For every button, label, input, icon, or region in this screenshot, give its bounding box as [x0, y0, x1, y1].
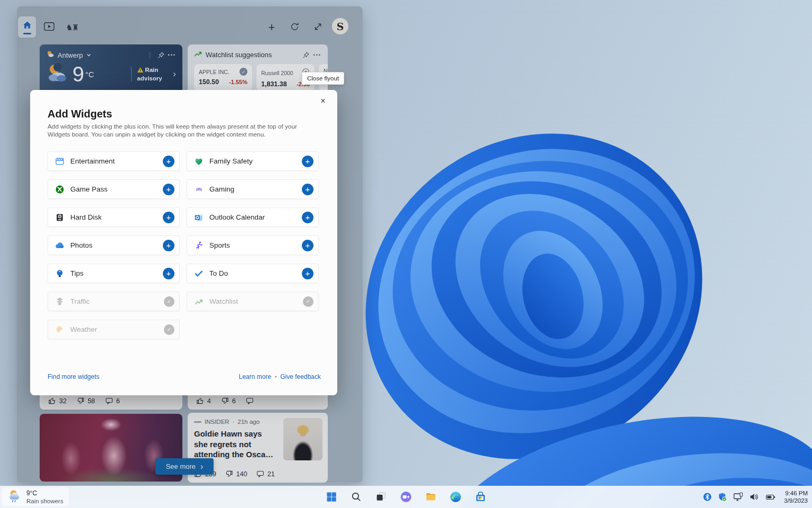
like-stat[interactable]: 4: [196, 397, 211, 405]
widget-tile-tips[interactable]: Tips +: [48, 264, 180, 283]
widget-tile-outlook-calendar[interactable]: Outlook Calendar +: [187, 207, 319, 227]
add-widget-button[interactable]: +: [302, 212, 313, 223]
add-widget-toolbar-button[interactable]: +: [264, 20, 279, 35]
widget-tile-entertainment[interactable]: Entertainment +: [48, 151, 180, 171]
battery-icon[interactable]: [765, 492, 776, 502]
add-widgets-dialog: × Add Widgets Add widgets by clicking th…: [30, 90, 337, 395]
add-widget-button[interactable]: +: [302, 268, 313, 279]
chess-pieces-icon: ♞♜: [66, 23, 78, 32]
weather-location[interactable]: Antwerp: [58, 51, 83, 59]
plus-icon: +: [306, 241, 310, 250]
task-view-button[interactable]: [373, 488, 390, 505]
lightbulb-icon: [54, 268, 65, 279]
warning-triangle-icon: [137, 67, 144, 75]
comment-stat[interactable]: 21: [256, 470, 275, 478]
chat-button[interactable]: [398, 488, 414, 505]
edge-icon: [449, 491, 462, 503]
widget-tile-photos[interactable]: Photos +: [48, 235, 180, 255]
comment-stat[interactable]: [246, 397, 257, 405]
stock-card-apple[interactable]: APPLE INC. ✓ 150.50 -1.55%: [194, 64, 252, 92]
widget-tile-traffic[interactable]: Traffic ✓: [48, 292, 180, 311]
taskbar-clock[interactable]: 9:46 PM 3/9/2023: [784, 489, 808, 504]
widget-tile-label: Game Pass: [70, 185, 163, 193]
added-check-badge: ✓: [303, 296, 313, 307]
home-tab-active-indicator: [23, 33, 31, 34]
edge-browser-button[interactable]: [447, 488, 464, 505]
security-shield-icon[interactable]: [717, 492, 727, 502]
widget-tile-game-pass[interactable]: Game Pass +: [48, 179, 180, 199]
bluetooth-icon[interactable]: [703, 493, 712, 501]
widget-tile-label: To Do: [209, 269, 302, 277]
more-options-icon[interactable]: •••: [168, 52, 176, 58]
widget-tile-family-safety[interactable]: Family Safety +: [187, 151, 319, 171]
pin-icon[interactable]: [302, 51, 310, 59]
like-stat[interactable]: 32: [48, 397, 67, 405]
folder-icon: [425, 491, 437, 503]
games-tab-button[interactable]: ♞♜: [63, 20, 80, 35]
chevron-right-icon[interactable]: ›: [173, 69, 176, 79]
learn-more-link[interactable]: Learn more: [239, 373, 271, 380]
dislike-count: 140: [236, 470, 247, 478]
dislike-stat[interactable]: 140: [225, 470, 247, 478]
widget-tile-label: Entertainment: [70, 157, 163, 165]
widget-tile-gaming[interactable]: Gaming +: [187, 179, 319, 199]
weather-alert[interactable]: Rain advisory: [137, 66, 171, 82]
microsoft-store-button[interactable]: [472, 488, 489, 505]
xbox-game-pass-icon: [54, 184, 65, 195]
video-play-icon: [43, 21, 55, 33]
close-dialog-button[interactable]: ×: [315, 93, 331, 109]
comment-count: 21: [267, 470, 275, 478]
widget-tile-to-do[interactable]: To Do +: [187, 264, 319, 283]
plus-icon: +: [167, 269, 171, 278]
add-widget-button[interactable]: +: [163, 268, 174, 279]
more-options-icon[interactable]: •••: [313, 52, 321, 58]
comment-stat[interactable]: 6: [105, 397, 120, 405]
stock-price: 1,831.38: [261, 80, 287, 88]
add-widget-button[interactable]: +: [163, 240, 174, 251]
add-widget-button[interactable]: +: [163, 184, 174, 195]
comment-icon: [256, 470, 264, 478]
temperature-value: 9: [72, 62, 84, 86]
news-headline[interactable]: Goldie Hawn says she regrets not attendi…: [194, 429, 274, 460]
find-more-widgets-link[interactable]: Find more widgets: [48, 373, 99, 380]
volume-icon[interactable]: [749, 492, 760, 502]
rain-weather-icon: [7, 488, 22, 505]
add-widget-button[interactable]: +: [163, 156, 174, 167]
pin-icon[interactable]: [158, 51, 165, 59]
runner-icon: [193, 240, 204, 251]
add-widget-button[interactable]: +: [302, 240, 313, 251]
search-button[interactable]: [348, 488, 365, 505]
widget-tile-label: Outlook Calendar: [209, 213, 302, 221]
expand-button[interactable]: [311, 21, 325, 34]
refresh-button[interactable]: [288, 21, 301, 34]
refresh-icon: [290, 22, 300, 33]
widget-tile-weather[interactable]: Weather ✓: [48, 320, 180, 339]
check-icon: ✓: [306, 298, 310, 304]
file-explorer-button[interactable]: [422, 488, 439, 505]
widget-tile-hard-disk[interactable]: Hard Disk +: [48, 207, 180, 227]
display-device-icon[interactable]: [733, 492, 743, 502]
traffic-light-icon: [54, 296, 65, 307]
widget-tile-label: Watchlist: [209, 297, 303, 305]
dislike-stat[interactable]: 58: [77, 397, 95, 405]
home-tab-button[interactable]: [18, 16, 36, 38]
start-button[interactable]: [323, 488, 340, 505]
add-widget-button[interactable]: +: [302, 184, 313, 195]
media-tab-button[interactable]: [42, 21, 56, 34]
widget-tile-sports[interactable]: Sports +: [187, 235, 319, 255]
add-widget-button[interactable]: +: [163, 212, 174, 223]
temperature-unit: °C: [85, 70, 94, 79]
give-feedback-link[interactable]: Give feedback: [280, 373, 321, 380]
outlook-calendar-icon: [193, 212, 204, 223]
add-widget-button[interactable]: +: [302, 156, 313, 167]
thumbs-up-icon: [48, 397, 56, 405]
see-more-button[interactable]: See more ›: [155, 458, 214, 475]
news-time: 21h ago: [238, 419, 260, 425]
trend-up-icon: [194, 50, 202, 60]
added-check-icon[interactable]: ✓: [239, 68, 247, 76]
user-avatar[interactable]: S: [332, 18, 348, 34]
taskbar-weather-widget[interactable]: 9°C Rain showers: [2, 487, 69, 506]
dislike-stat[interactable]: 6: [221, 397, 236, 405]
plus-icon: +: [269, 21, 275, 34]
widget-tile-watchlist[interactable]: Watchlist ✓: [187, 292, 319, 311]
